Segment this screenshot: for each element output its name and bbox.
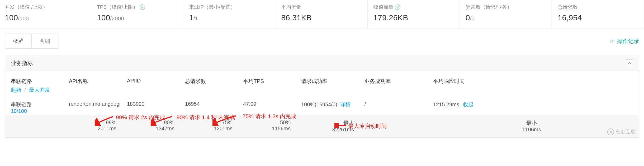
metric-label: 平均流量 bbox=[281, 4, 361, 11]
business-metrics-panel: 业务指标 串联链路 起始 / 最大并发 API名称 APIID 总请求数 平均T… bbox=[5, 55, 639, 138]
cell-p99: 99%2011ms bbox=[69, 119, 127, 132]
cell-avg-resp: 1215.29ms 收起 bbox=[433, 101, 633, 108]
col-api-name: API名称 bbox=[69, 78, 127, 85]
cell-api-id: 183920 bbox=[127, 101, 185, 107]
watermark-icon: ✕ bbox=[607, 128, 614, 135]
hand-point-icon: ☞ bbox=[610, 38, 615, 45]
metric-tps: TPS（峰值/上限）? 100/2000 bbox=[91, 0, 183, 29]
col-total-requests: 总请求数 bbox=[185, 78, 243, 85]
metric-value: 100/2000 bbox=[97, 13, 177, 22]
metric-label: 来源IP（最小/配置） bbox=[189, 4, 269, 11]
tabs-row: 概览 明细 ☞ 操作记录 bbox=[0, 34, 644, 49]
collapse-panel-button[interactable] bbox=[626, 59, 633, 67]
panel-title: 业务指标 bbox=[11, 59, 33, 67]
cell-min: 最小1106ms bbox=[433, 119, 633, 133]
cell-success: 100%(16954/0) 详情 bbox=[301, 101, 364, 108]
chevron-up-icon bbox=[627, 62, 632, 64]
help-icon[interactable]: ? bbox=[140, 4, 145, 10]
metric-total-requests: 总请求数 16,954 bbox=[552, 0, 644, 29]
cell-p75: 75%1201ms bbox=[185, 119, 243, 132]
metric-concurrency: 并发（峰值 /上限） 100/100 bbox=[0, 0, 91, 29]
metric-label: 异常数（请求/业务） bbox=[466, 4, 546, 11]
metric-value: 100/100 bbox=[5, 13, 85, 22]
detail-link[interactable]: 详情 bbox=[340, 102, 351, 107]
metric-value: 16,954 bbox=[558, 13, 638, 22]
metric-value: 86.31KB bbox=[281, 13, 361, 22]
link-max-concurrency[interactable]: 最大并发 bbox=[29, 87, 50, 93]
cell-p50: 50%1156ms bbox=[243, 119, 301, 132]
cell-api-name: renderton.mofangdegi bbox=[69, 101, 127, 107]
col-avg-tps: 平均TPS bbox=[243, 78, 301, 85]
operation-log-link[interactable]: ☞ 操作记录 bbox=[610, 38, 639, 45]
col-api-id: APIID bbox=[127, 78, 185, 84]
metric-value: 179.26KB bbox=[373, 13, 454, 22]
collapse-row-link[interactable]: 收起 bbox=[463, 102, 473, 107]
metric-label: 总请求数 bbox=[558, 4, 638, 11]
chain-name: 串联链路 bbox=[11, 101, 66, 108]
metric-value: 0/0 bbox=[466, 13, 546, 22]
tab-detail[interactable]: 明细 bbox=[32, 34, 58, 48]
help-icon[interactable]: ? bbox=[395, 4, 400, 10]
chain-ratio-link[interactable]: 10/100 bbox=[11, 108, 66, 114]
top-metrics-bar: 并发（峰值 /上限） 100/100 TPS（峰值/上限）? 100/2000 … bbox=[0, 0, 644, 29]
table-percentile-row: 99%2011ms 90%1347ms 75%1201ms 50%1156ms … bbox=[5, 115, 639, 137]
cell-p90: 90%1347ms bbox=[127, 119, 185, 132]
link-start[interactable]: 起始 bbox=[11, 87, 21, 93]
metric-label: 峰值流量? bbox=[373, 4, 454, 11]
cell-tps: 47.09 bbox=[243, 101, 301, 107]
cell-chain: 串联链路 10/100 bbox=[11, 101, 69, 114]
tab-overview[interactable]: 概览 bbox=[5, 34, 32, 48]
metric-value: 1/1 bbox=[189, 13, 269, 22]
cell-max: 最大32261ms bbox=[301, 119, 364, 133]
metric-errors: 异常数（请求/业务） 0/0 bbox=[460, 0, 552, 29]
metric-peak-traffic: 峰值流量? 179.26KB bbox=[368, 0, 460, 29]
metrics-table: 串联链路 起始 / 最大并发 API名称 APIID 总请求数 平均TPS 请求… bbox=[5, 71, 639, 137]
metric-label: 并发（峰值 /上限） bbox=[5, 4, 85, 11]
col-avg-resp: 平均响应时间 bbox=[433, 78, 633, 85]
panel-header: 业务指标 bbox=[5, 55, 639, 71]
metric-source-ip: 来源IP（最小/配置） 1/1 bbox=[183, 0, 275, 29]
cell-total: 16954 bbox=[185, 101, 243, 107]
metric-avg-traffic: 平均流量 86.31KB bbox=[275, 0, 367, 29]
table-header: 串联链路 起始 / 最大并发 API名称 APIID 总请求数 平均TPS 请求… bbox=[5, 71, 639, 100]
watermark: ✕ 创新互联 bbox=[607, 128, 636, 135]
table-row: 串联链路 10/100 renderton.mofangdegi 183920 … bbox=[5, 100, 639, 115]
col-success-rate: 请求成功率 bbox=[301, 78, 364, 85]
metric-label: TPS（峰值/上限）? bbox=[97, 4, 177, 11]
cell-biz: / bbox=[364, 101, 433, 107]
col-chain: 串联链路 起始 / 最大并发 bbox=[11, 78, 69, 94]
col-biz-success: 业务成功率 bbox=[364, 78, 433, 85]
tabs: 概览 明细 bbox=[5, 34, 58, 49]
